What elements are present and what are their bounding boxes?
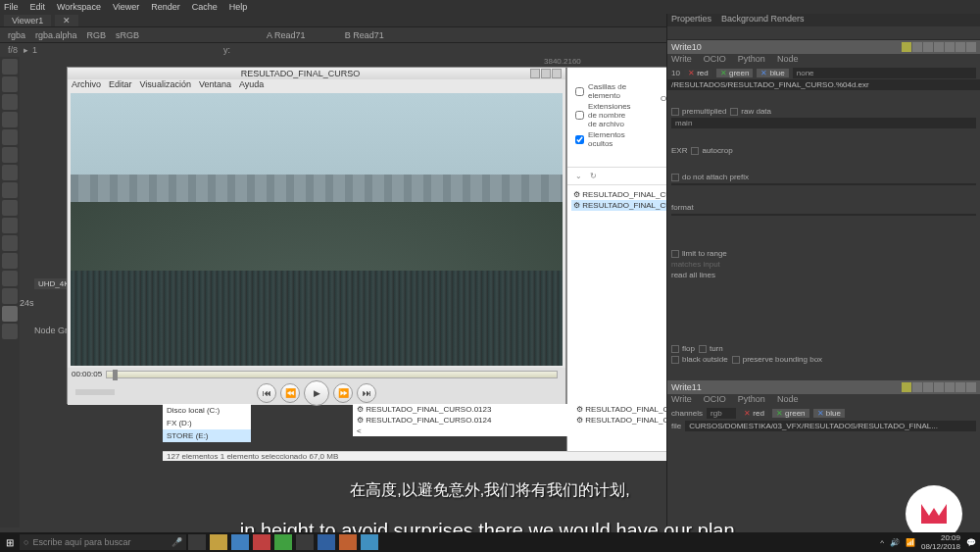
- clock[interactable]: 20:09 08/12/2018: [921, 533, 960, 551]
- minimize-icon[interactable]: [530, 69, 540, 78]
- menu-file[interactable]: File: [4, 2, 19, 12]
- frame-num[interactable]: 1: [32, 45, 37, 55]
- a-input[interactable]: A Read71: [267, 30, 306, 40]
- chip-red[interactable]: red: [740, 409, 768, 418]
- menu-cache[interactable]: Cache: [192, 2, 218, 12]
- chk-rawdata[interactable]: raw data: [730, 107, 771, 116]
- chk-extensiones[interactable]: [575, 111, 584, 120]
- format-exr[interactable]: EXR: [671, 146, 687, 155]
- prev-button[interactable]: ⏮: [257, 383, 276, 403]
- drive-item[interactable]: STORE (E:): [163, 429, 251, 442]
- chk-premult[interactable]: premultiplied: [671, 107, 726, 116]
- tool-icon[interactable]: [2, 235, 18, 251]
- panel-btn[interactable]: [923, 382, 933, 392]
- filepath-field-2[interactable]: CURSOS/DOMESTIKA/03_VFX/RESULTADOS/RESUL…: [685, 421, 976, 431]
- maximize-icon[interactable]: [541, 69, 551, 78]
- chip-green[interactable]: green: [772, 409, 809, 418]
- subtab-node[interactable]: Node: [777, 394, 799, 407]
- tool-icon[interactable]: [2, 218, 18, 233]
- tool-icon[interactable]: [2, 76, 18, 92]
- channel-select[interactable]: rgba: [8, 30, 25, 40]
- taskbar-app[interactable]: [318, 534, 335, 550]
- fstop[interactable]: f/8: [8, 45, 18, 55]
- chk-casillas[interactable]: [575, 87, 584, 96]
- taskbar-app[interactable]: [210, 534, 227, 550]
- tool-icon[interactable]: [2, 271, 18, 286]
- mic-icon[interactable]: 🎤: [172, 537, 182, 547]
- subtab-python[interactable]: Python: [738, 394, 765, 407]
- taskbar-search[interactable]: ○ Escribe aquí para buscar 🎤: [20, 534, 186, 550]
- file-item[interactable]: ⚙ RESULTADO_FINAL_CURSO.0124: [353, 415, 572, 426]
- drive-item[interactable]: FX (D:): [163, 417, 251, 429]
- tool-icon[interactable]: [2, 147, 18, 163]
- rewind-button[interactable]: ⏪: [280, 383, 300, 403]
- panel-btn[interactable]: [923, 42, 933, 52]
- taskbar-app[interactable]: [274, 534, 292, 550]
- panel-btn[interactable]: [956, 382, 965, 392]
- filepath-field[interactable]: /RESULTADOS/RESULTADO_FINAL_CURSO.%04d.e…: [667, 79, 980, 90]
- gamut-select[interactable]: sRGB: [116, 30, 139, 40]
- menu-viewer[interactable]: Viewer: [113, 2, 139, 12]
- taskbar-app[interactable]: [296, 534, 314, 550]
- chip-blue[interactable]: blue: [757, 69, 788, 77]
- chk-blackoutside[interactable]: black outside: [671, 355, 728, 364]
- subtab-python[interactable]: Python: [738, 54, 765, 67]
- tray-icon[interactable]: 📶: [906, 538, 915, 547]
- tool-icon[interactable]: [2, 59, 18, 75]
- subtab-write[interactable]: Write: [671, 54, 692, 67]
- chk-prefix[interactable]: do not attach prefix: [671, 173, 749, 181]
- file-item[interactable]: ⚙ RESULTADO_FINAL_CURSO.0123: [353, 404, 572, 415]
- panel-btn[interactable]: [945, 382, 955, 392]
- taskbar-app[interactable]: [231, 534, 249, 550]
- panel-btn[interactable]: [902, 42, 911, 52]
- taskview-icon[interactable]: [188, 534, 206, 550]
- panel-btn[interactable]: [902, 382, 911, 392]
- tool-icon[interactable]: [2, 324, 18, 339]
- alpha-select[interactable]: rgba.alpha: [35, 30, 77, 40]
- readall-label[interactable]: read all lines: [671, 271, 715, 279]
- play-button[interactable]: ▶: [304, 380, 329, 406]
- tool-icon[interactable]: [2, 182, 18, 198]
- mp-editar[interactable]: Editar: [109, 79, 132, 91]
- chk-limit[interactable]: limit to range: [671, 249, 727, 258]
- drive-item[interactable]: Disco local (C:): [163, 404, 251, 417]
- chip-blue[interactable]: blue: [813, 409, 845, 418]
- mp-ayuda[interactable]: Ayuda: [239, 79, 264, 91]
- subtab-node[interactable]: Node: [777, 54, 799, 67]
- viewer-tab[interactable]: Viewer1: [4, 15, 51, 26]
- tool-icon[interactable]: [2, 200, 18, 216]
- channels-field[interactable]: 10: [671, 69, 680, 77]
- panel-close-icon[interactable]: [966, 382, 976, 392]
- chk-turn[interactable]: turn: [699, 344, 723, 353]
- notifications-icon[interactable]: 💬: [966, 538, 976, 547]
- tool-icon[interactable]: [2, 165, 18, 180]
- tool-icon[interactable]: [2, 288, 18, 304]
- menu-render[interactable]: Render: [151, 2, 180, 12]
- panel-btn[interactable]: [934, 42, 944, 52]
- subtab-write[interactable]: Write: [671, 394, 692, 407]
- subtab-ocio[interactable]: OCIO: [704, 394, 726, 407]
- forward-button[interactable]: ⏩: [333, 383, 353, 403]
- mp-visualizacion[interactable]: Visualización: [140, 79, 191, 91]
- chk-flop[interactable]: flop: [671, 344, 695, 353]
- field[interactable]: [671, 214, 976, 216]
- subtab-ocio[interactable]: OCIO: [704, 54, 726, 67]
- mp-ventana[interactable]: Ventana: [199, 79, 231, 91]
- tool-icon[interactable]: [2, 253, 18, 269]
- tool-icon[interactable]: [2, 94, 18, 110]
- chip-green[interactable]: green: [716, 69, 754, 77]
- colorspace-select[interactable]: RGB: [87, 30, 107, 40]
- menu-workspace[interactable]: Workspace: [57, 2, 101, 12]
- panel-btn[interactable]: [945, 42, 955, 52]
- panel-btn[interactable]: [912, 382, 922, 392]
- tab-bg-renders[interactable]: Background Renders: [721, 14, 805, 26]
- field[interactable]: [671, 183, 976, 185]
- tray-icon[interactable]: 🔊: [890, 538, 900, 547]
- chip-none[interactable]: none: [793, 68, 976, 78]
- panel-btn[interactable]: [956, 42, 965, 52]
- media-titlebar[interactable]: RESULTADO_FINAL_CURSO: [68, 68, 565, 79]
- panel-btn[interactable]: [934, 382, 944, 392]
- taskbar-app[interactable]: [339, 534, 357, 550]
- tab-properties[interactable]: Properties: [671, 14, 711, 26]
- volume-slider[interactable]: [75, 389, 115, 395]
